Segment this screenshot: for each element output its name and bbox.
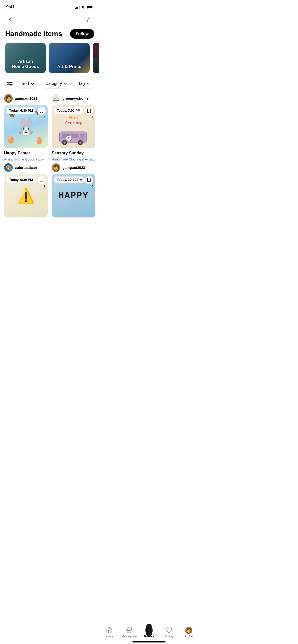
seller-row-item1: gamgam2023 (4, 94, 48, 103)
item-meta-item1: Artisan Home Goods • Low... (4, 157, 48, 161)
category-label-artisan: ArtisanHome Goods (5, 56, 46, 73)
bookmark-button-item4[interactable] (85, 176, 93, 184)
category-label-art: Art & Prints (49, 61, 90, 73)
tag-filter[interactable]: Tag (74, 79, 94, 89)
signal-icon (75, 5, 79, 9)
item-card-happy[interactable]: HAPPY Today, 10:30 PM 0 (52, 174, 95, 217)
svg-point-20 (80, 142, 81, 143)
avatar-gamgam2023 (4, 94, 13, 103)
items-column-right: greenivyshome scribble Bus Sens☀ry (52, 94, 95, 217)
svg-point-5 (8, 82, 9, 83)
avatar-gamgam2023-2 (52, 163, 60, 172)
sort-filter[interactable]: Sort (17, 79, 38, 89)
bookmark-button-item1[interactable] (37, 107, 46, 115)
item-card-easter[interactable]: 🐰 🥚 🥚 🦋 🦋 Today, 6:30 PM 1 (4, 105, 48, 148)
follow-button[interactable]: Follow (70, 29, 94, 39)
item-title-item2: Sensory Sunday (52, 151, 95, 155)
time-badge-item1: Today, 6:30 PM (7, 107, 35, 114)
item-card-bus[interactable]: scribble Bus Sens☀ry (52, 105, 95, 148)
happy-text: HAPPY (58, 191, 88, 201)
svg-rect-1 (87, 6, 92, 8)
svg-text:good: good (67, 137, 70, 138)
status-bar: 9:41 (0, 0, 99, 13)
filter-icon-button[interactable] (5, 78, 15, 89)
category-card-art[interactable]: Art & Prints (49, 43, 90, 73)
time-badge-item3: Today, 9:30 PM (7, 177, 35, 183)
seller-name-item1: gamgam2023 (15, 96, 37, 100)
top-navigation (0, 13, 99, 28)
time-badge-item2: Today, 7:00 PM (54, 107, 83, 114)
page-title: Handmade Items (5, 30, 62, 38)
svg-point-17 (64, 142, 65, 143)
filter-bar: Sort Category Tag (0, 77, 99, 93)
items-column-left: gamgam2023 🐰 🥚 🥚 🦋 🦋 Today, 6:30 PM 1 Ha… (4, 94, 48, 217)
category-filter[interactable]: Category (41, 79, 71, 89)
seller-row-item3: colortasticart (4, 163, 48, 172)
count-badge-item1: 1 (44, 115, 46, 119)
wifi-icon (81, 6, 85, 9)
time-badge-item4: Today, 10:30 PM (54, 177, 85, 183)
back-button[interactable] (5, 15, 15, 25)
sort-label: Sort (22, 81, 29, 86)
item-meta-item2: Handmade Clothing & Acce... (52, 157, 95, 161)
item-card-yellow[interactable]: ⚠️ Today, 9:30 PM 2 (4, 174, 48, 217)
svg-text:vibes: vibes (67, 138, 70, 140)
seller-name-item4: gamgam2023 (62, 166, 85, 170)
share-button[interactable] (84, 15, 94, 25)
status-icons (75, 5, 93, 9)
item-title-item1: Happy Easter (4, 151, 48, 155)
category-card-comic[interactable]: Comic Art (93, 43, 99, 73)
tag-label: Tag (78, 81, 85, 86)
category-label-comic: Comic Art (93, 61, 99, 73)
bookmark-button-item2[interactable] (85, 107, 93, 115)
category-label: Category (45, 81, 62, 86)
items-grid: gamgam2023 🐰 🥚 🥚 🦋 🦋 Today, 6:30 PM 1 Ha… (0, 93, 99, 222)
battery-icon (87, 6, 93, 9)
category-card-artisan[interactable]: ArtisanHome Goods (5, 43, 46, 73)
count-badge-item4: 0 (91, 185, 93, 188)
seller-row-item4: gamgam2023 (52, 163, 95, 172)
count-badge-item2: 2 (91, 115, 93, 119)
avatar-colortasticart (4, 163, 13, 172)
bookmark-button-item3[interactable] (37, 176, 46, 184)
avatar-greenivyshome (52, 94, 60, 103)
seller-name-item2: greenivyshome (62, 96, 89, 100)
page-header: Handmade Items Follow (0, 28, 99, 43)
svg-rect-9 (71, 134, 78, 138)
count-badge-item3: 2 (44, 185, 46, 188)
seller-name-item3: colortasticart (15, 166, 37, 170)
svg-point-6 (10, 84, 11, 85)
status-time: 9:41 (6, 5, 15, 10)
seller-row-item2: greenivyshome (52, 94, 95, 103)
category-scroll: ArtisanHome Goods Art & Prints Comic Art (0, 43, 99, 77)
